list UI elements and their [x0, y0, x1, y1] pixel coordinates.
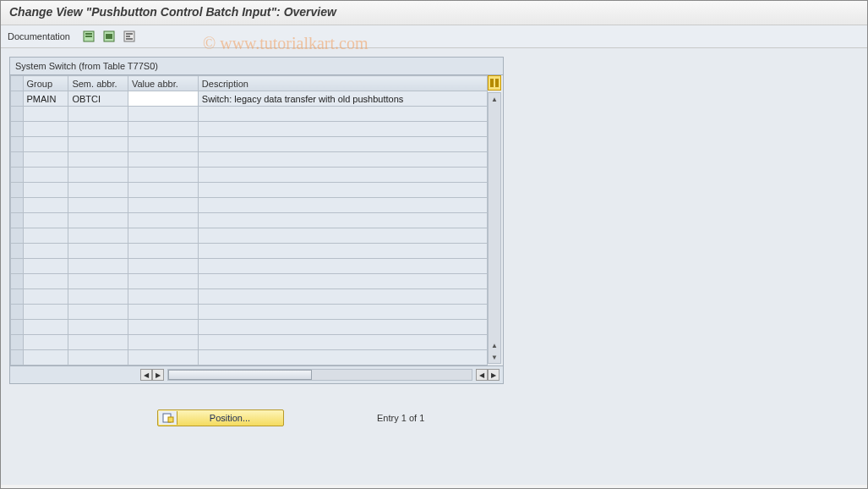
toolbar-icon-1[interactable] — [82, 30, 96, 43]
table-row[interactable] — [11, 320, 488, 335]
svg-rect-2 — [85, 36, 92, 37]
documentation-label[interactable]: Documentation — [8, 31, 70, 41]
toolbar: Documentation — [1, 25, 867, 48]
table-row[interactable] — [11, 244, 488, 259]
table-row[interactable] — [11, 168, 488, 183]
table-row[interactable] — [11, 350, 488, 365]
table-row[interactable] — [11, 198, 488, 213]
panel-title: System Switch (from Table T77S0) — [10, 58, 503, 74]
table-row[interactable] — [11, 122, 488, 137]
svg-rect-8 — [126, 38, 133, 40]
content-area: System Switch (from Table T77S0) Group S… — [1, 48, 867, 485]
table-row[interactable] — [11, 183, 488, 198]
col-selector[interactable] — [11, 76, 24, 91]
hscroll-left-end-icon[interactable]: ◀ — [476, 369, 488, 381]
page-title: Change View "Pushbutton Control Batch In… — [9, 5, 859, 19]
col-header-val[interactable]: Value abbr. — [128, 76, 198, 91]
grid-wrap: Group Sem. abbr. Value abbr. Description… — [10, 74, 503, 365]
table-row[interactable] — [11, 152, 488, 168]
position-icon — [159, 411, 177, 425]
table-settings-icon[interactable] — [488, 75, 501, 91]
table-row[interactable] — [11, 213, 488, 228]
svg-rect-4 — [106, 34, 112, 39]
scroll-up-icon[interactable]: ▲ — [489, 93, 500, 105]
table-row[interactable] — [11, 137, 488, 152]
table-row[interactable] — [11, 274, 488, 289]
scroll-down-icon-2[interactable]: ▼ — [489, 351, 500, 363]
hscroll-right-end-icon[interactable]: ▶ — [488, 369, 500, 381]
vertical-scrollbar[interactable]: ▲ ▲ ▼ — [488, 92, 501, 364]
entry-count-text: Entry 1 of 1 — [377, 413, 424, 423]
toolbar-icon-2[interactable] — [102, 30, 116, 43]
svg-rect-1 — [85, 33, 92, 35]
col-header-desc[interactable]: Description — [198, 76, 487, 91]
cell-sem: OBTCI — [68, 91, 128, 107]
svg-rect-9 — [490, 79, 494, 87]
cell-value-input[interactable] — [128, 91, 198, 107]
hscroll-thumb[interactable] — [168, 370, 312, 380]
title-bar: Change View "Pushbutton Control Batch In… — [1, 1, 867, 25]
cell-group: PMAIN — [23, 91, 68, 107]
table-row[interactable]: PMAIN OBTCI Switch: legacy data transfer… — [11, 91, 488, 107]
table-row[interactable] — [11, 289, 488, 305]
grid-body: PMAIN OBTCI Switch: legacy data transfer… — [11, 91, 488, 365]
row-selector[interactable] — [11, 91, 24, 107]
system-switch-panel: System Switch (from Table T77S0) Group S… — [9, 57, 504, 384]
svg-rect-12 — [168, 417, 173, 422]
data-grid: Group Sem. abbr. Value abbr. Description… — [10, 75, 488, 365]
position-button[interactable]: Position... — [157, 409, 284, 426]
table-row[interactable] — [11, 107, 488, 122]
position-button-label: Position... — [177, 413, 282, 423]
hscroll-left-icon[interactable]: ◀ — [140, 369, 152, 381]
table-row[interactable] — [11, 228, 488, 244]
table-row[interactable] — [11, 335, 488, 350]
col-header-group[interactable]: Group — [23, 76, 68, 91]
hscroll-right-icon[interactable]: ▶ — [152, 369, 164, 381]
toolbar-icon-3[interactable] — [123, 30, 136, 43]
svg-rect-6 — [126, 33, 133, 35]
horizontal-scroll-row: ◀ ▶ ◀ ▶ — [10, 365, 503, 383]
svg-rect-7 — [126, 36, 130, 37]
footer-row: Position... Entry 1 of 1 — [9, 409, 859, 426]
svg-rect-10 — [495, 79, 499, 87]
hscroll-track[interactable] — [167, 369, 472, 381]
table-row[interactable] — [11, 305, 488, 320]
cell-desc: Switch: legacy data transfer with old pu… — [198, 91, 487, 107]
scroll-down-icon[interactable]: ▲ — [489, 339, 500, 351]
table-row[interactable] — [11, 259, 488, 274]
col-header-sem[interactable]: Sem. abbr. — [68, 76, 128, 91]
